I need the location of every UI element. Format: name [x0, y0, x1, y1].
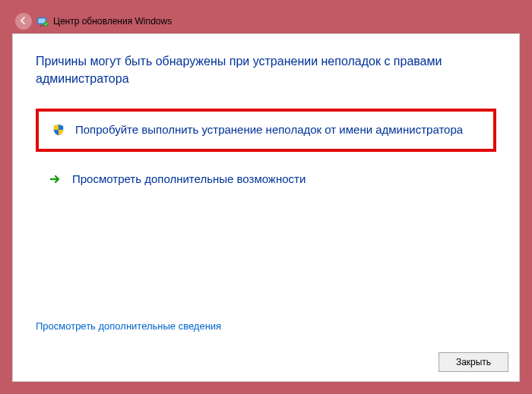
troubleshoot-icon: [36, 15, 49, 27]
green-arrow-icon: [48, 172, 63, 185]
content-area: Причины могут быть обнаружены при устран…: [13, 34, 519, 196]
page-heading: Причины могут быть обнаружены при устран…: [36, 52, 496, 87]
option-run-as-admin[interactable]: Попробуйте выполнить устранение неполадо…: [40, 113, 492, 147]
option-run-as-admin-label: Попробуйте выполнить устранение неполадо…: [75, 122, 463, 137]
details-link-row: Просмотреть дополнительные сведения: [36, 319, 221, 333]
uac-shield-icon: [51, 122, 66, 136]
button-row: Закрыть: [439, 352, 508, 372]
titlebar: Центр обновления Windows: [12, 12, 520, 30]
highlighted-option: Попробуйте выполнить устранение неполадо…: [36, 109, 496, 151]
option-view-more-label: Просмотреть дополнительные возможности: [72, 172, 306, 187]
svg-rect-2: [40, 25, 44, 27]
svg-rect-1: [39, 19, 46, 24]
window-frame: Центр обновления Windows Причины могут б…: [0, 0, 532, 394]
client-area: Причины могут быть обнаружены при устран…: [12, 33, 520, 382]
back-button[interactable]: [15, 13, 32, 30]
view-details-link[interactable]: Просмотреть дополнительные сведения: [36, 320, 221, 332]
close-button[interactable]: Закрыть: [439, 352, 508, 372]
window-title: Центр обновления Windows: [53, 16, 172, 27]
back-arrow-icon: [19, 16, 28, 27]
option-view-more[interactable]: Просмотреть дополнительные возможности: [37, 162, 496, 196]
